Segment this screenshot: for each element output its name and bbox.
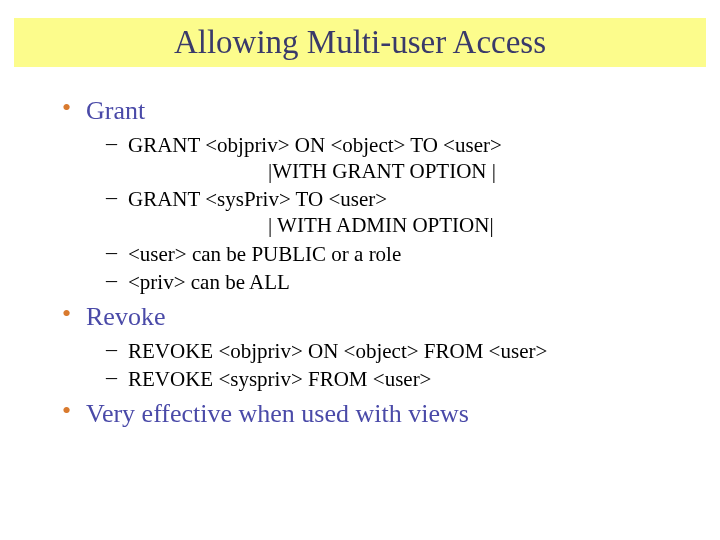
list-item: REVOKE <objpriv> ON <object> FROM <user> <box>106 338 680 364</box>
list-item: Very effective when used with views <box>58 398 680 431</box>
sub-label: GRANT <sysPriv> TO <user> <box>128 187 387 211</box>
sub-label-cont: | WITH ADMIN OPTION| <box>268 212 680 238</box>
sub-label: REVOKE <syspriv> FROM <user> <box>128 367 431 391</box>
list-item: <priv> can be ALL <box>106 269 680 295</box>
sub-list: GRANT <objpriv> ON <object> TO <user> |W… <box>106 132 680 296</box>
list-item: REVOKE <syspriv> FROM <user> <box>106 366 680 392</box>
bullet-list: Grant GRANT <objpriv> ON <object> TO <us… <box>58 95 680 431</box>
bullet-label: Revoke <box>86 302 165 331</box>
list-item: GRANT <sysPriv> TO <user> | WITH ADMIN O… <box>106 186 680 239</box>
list-item: Grant GRANT <objpriv> ON <object> TO <us… <box>58 95 680 295</box>
list-item: Revoke REVOKE <objpriv> ON <object> FROM… <box>58 301 680 392</box>
slide-content: Grant GRANT <objpriv> ON <object> TO <us… <box>0 67 720 431</box>
sub-label: GRANT <objpriv> ON <object> TO <user> <box>128 133 502 157</box>
title-bar: Allowing Multi-user Access <box>14 18 706 67</box>
sub-list: REVOKE <objpriv> ON <object> FROM <user>… <box>106 338 680 393</box>
slide-title: Allowing Multi-user Access <box>174 24 546 60</box>
sub-label: REVOKE <objpriv> ON <object> FROM <user> <box>128 339 547 363</box>
sub-label: <priv> can be ALL <box>128 270 290 294</box>
sub-label: <user> can be PUBLIC or a role <box>128 242 401 266</box>
bullet-label: Grant <box>86 96 145 125</box>
bullet-label: Very effective when used with views <box>86 399 469 428</box>
list-item: <user> can be PUBLIC or a role <box>106 241 680 267</box>
sub-label-cont: |WITH GRANT OPTION | <box>268 158 680 184</box>
list-item: GRANT <objpriv> ON <object> TO <user> |W… <box>106 132 680 185</box>
